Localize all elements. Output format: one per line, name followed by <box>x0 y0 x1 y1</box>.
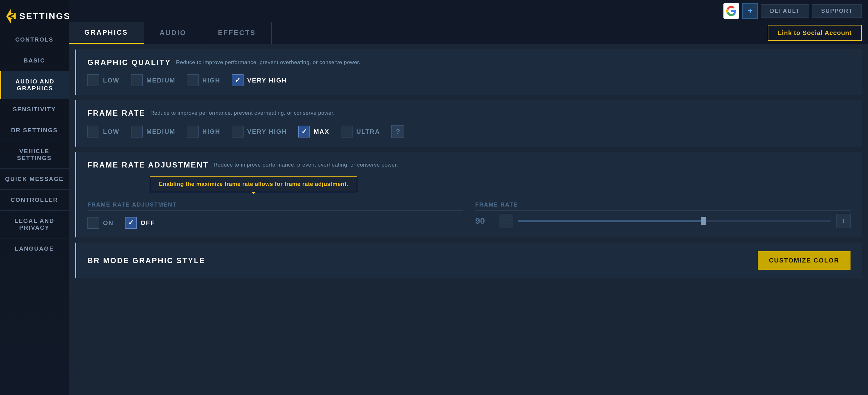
fr-label-medium: MEDIUM <box>147 128 176 135</box>
rate-increase-button[interactable]: + <box>836 214 850 228</box>
topbar: + DEFAULT SUPPORT <box>69 0 868 22</box>
gq-option-medium[interactable]: MEDIUM <box>131 74 176 86</box>
fr-option-high[interactable]: HIGH <box>187 125 220 138</box>
sidebar-title: SETTINGS <box>19 11 70 21</box>
fra-title: FRAME RATE ADJUSTMENT <box>87 161 209 169</box>
link-social-button[interactable]: Link to Social Account <box>768 25 862 41</box>
customize-color-button[interactable]: CUSTOMIZE COLOR <box>758 251 850 270</box>
fra-title-row: FRAME RATE ADJUSTMENT Reduce to improve … <box>87 161 850 169</box>
fra-header: FRAME RATE ADJUSTMENT Reduce to improve … <box>76 152 862 176</box>
graphic-quality-header: GRAPHIC QUALITY Reduce to improve perfor… <box>87 58 850 67</box>
main-content: GRAPHICSAUDIOEFFECTS Link to Social Acco… <box>69 22 868 395</box>
fra-right-divider <box>475 210 850 210</box>
gq-checkbox-very_high[interactable] <box>232 74 244 86</box>
fra-off-label: OFF <box>141 219 155 227</box>
fr-label-low: LOW <box>103 128 120 135</box>
fra-left-col: FRAME RATE ADJUSTMENT ON OFF <box>87 202 463 229</box>
graphic-quality-desc: Reduce to improve performance, prevent o… <box>176 59 361 66</box>
fr-option-medium[interactable]: MEDIUM <box>131 125 176 138</box>
gq-option-high[interactable]: HIGH <box>187 74 220 86</box>
fra-on-label: ON <box>103 219 114 227</box>
fr-checkbox-very_high[interactable] <box>232 125 244 138</box>
fr-checkbox-low[interactable] <box>87 125 99 138</box>
sidebar-nav: CONTROLSBASICAUDIO AND GRAPHICSSENSITIVI… <box>0 29 69 259</box>
fr-checkbox-max[interactable] <box>298 125 310 138</box>
br-mode-title: BR MODE GRAPHIC STYLE <box>87 256 206 265</box>
fra-off-option[interactable]: OFF <box>125 217 155 229</box>
frame-rate-adjustment-section: FRAME RATE ADJUSTMENT Reduce to improve … <box>75 152 862 237</box>
tab-effects[interactable]: EFFECTS <box>202 22 272 44</box>
gq-option-very_high[interactable]: VERY HIGH <box>232 74 287 86</box>
graphic-quality-options: LOWMEDIUMHIGHVERY HIGH <box>87 74 850 86</box>
fra-on-checkbox[interactable] <box>87 217 99 229</box>
fr-option-max[interactable]: MAX <box>298 125 330 138</box>
sidebar-item-legal-and-privacy[interactable]: LEGAL AND PRIVACY <box>0 210 69 238</box>
gq-label-low: LOW <box>103 77 120 84</box>
fra-divider <box>87 210 463 210</box>
sidebar-item-br-settings[interactable]: BR SETTINGS <box>0 120 69 141</box>
fr-checkbox-ultra[interactable] <box>341 125 352 138</box>
svg-marker-0 <box>8 13 14 19</box>
google-icon[interactable] <box>723 3 739 19</box>
tooltip-box: Enabling the maximize frame rate allows … <box>150 176 357 192</box>
tooltip-area: Enabling the maximize frame rate allows … <box>76 176 862 195</box>
default-button[interactable]: DEFAULT <box>761 4 809 18</box>
frame-rate-header: FRAME RATE Reduce to improve performance… <box>87 109 850 117</box>
fr-option-very_high[interactable]: VERY HIGH <box>232 125 287 138</box>
tabs-container: GRAPHICSAUDIOEFFECTS <box>69 22 272 44</box>
gq-checkbox-medium[interactable] <box>131 74 143 86</box>
tab-graphics[interactable]: GRAPHICS <box>69 22 144 44</box>
gq-label-medium: MEDIUM <box>147 77 176 84</box>
frame-rate-display: 90 − + <box>475 214 850 228</box>
sidebar-item-sensitivity[interactable]: SENSITIVITY <box>0 99 69 120</box>
sidebar: SETTINGS CONTROLSBASICAUDIO AND GRAPHICS… <box>0 0 69 395</box>
sidebar-item-controls[interactable]: CONTROLS <box>0 29 69 50</box>
frame-rate-title: FRAME RATE <box>87 109 146 117</box>
sidebar-item-vehicle-settings[interactable]: VEHICLE SETTINGS <box>0 141 69 169</box>
fr-label-very_high: VERY HIGH <box>247 128 287 135</box>
fra-off-checkbox[interactable] <box>125 217 137 229</box>
graphic-quality-title: GRAPHIC QUALITY <box>87 58 171 67</box>
fra-rate-label: FRAME RATE <box>475 202 850 208</box>
fr-checkbox-high[interactable] <box>187 125 198 138</box>
gq-checkbox-high[interactable] <box>187 74 198 86</box>
frame-rate-help-icon[interactable]: ? <box>391 125 404 138</box>
sidebar-item-quick-message[interactable]: QUICK MESSAGE <box>0 169 69 190</box>
fr-checkbox-medium[interactable] <box>131 125 143 138</box>
fr-option-ultra[interactable]: ULTRA <box>341 125 380 138</box>
gq-label-very_high: VERY HIGH <box>247 77 287 84</box>
fra-on-off-options: ON OFF <box>87 217 463 229</box>
gq-option-low[interactable]: LOW <box>87 74 120 86</box>
sidebar-item-basic[interactable]: BASIC <box>0 50 69 71</box>
frame-rate-value: 90 <box>475 216 494 226</box>
rate-slider[interactable] <box>518 220 831 222</box>
rate-decrease-button[interactable]: − <box>499 214 513 228</box>
fr-label-max: MAX <box>314 128 330 135</box>
frame-rate-desc: Reduce to improve performance, prevent o… <box>151 110 335 116</box>
support-button[interactable]: SUPPORT <box>812 4 862 18</box>
sidebar-item-language[interactable]: LANGUAGE <box>0 238 69 259</box>
gq-checkbox-low[interactable] <box>87 74 99 86</box>
rate-slider-fill <box>518 220 706 222</box>
rate-slider-thumb <box>701 217 706 225</box>
fra-grid: FRAME RATE ADJUSTMENT ON OFF <box>76 195 862 237</box>
sidebar-header: SETTINGS <box>0 3 69 29</box>
fra-adjustment-label: FRAME RATE ADJUSTMENT <box>87 202 463 208</box>
sidebar-item-controller[interactable]: CONTROLLER <box>0 190 69 210</box>
tabs-row: GRAPHICSAUDIOEFFECTS Link to Social Acco… <box>69 22 868 45</box>
gq-label-high: HIGH <box>202 77 220 84</box>
fra-on-option[interactable]: ON <box>87 217 114 229</box>
fr-label-ultra: ULTRA <box>356 128 380 135</box>
sidebar-item-audio-and-graphics[interactable]: AUDIO AND GRAPHICS <box>0 71 69 99</box>
add-account-button[interactable]: + <box>742 3 758 19</box>
frame-rate-section: FRAME RATE Reduce to improve performance… <box>75 100 862 147</box>
content-area: GRAPHIC QUALITY Reduce to improve perfor… <box>69 45 868 395</box>
tab-audio[interactable]: AUDIO <box>144 22 202 44</box>
fr-label-high: HIGH <box>202 128 220 135</box>
graphic-quality-section: GRAPHIC QUALITY Reduce to improve perfor… <box>75 49 862 95</box>
fr-option-low[interactable]: LOW <box>87 125 120 138</box>
fra-desc: Reduce to improve performance, prevent o… <box>214 162 398 168</box>
back-arrow-icon[interactable] <box>6 9 16 24</box>
br-mode-section: BR MODE GRAPHIC STYLE CUSTOMIZE COLOR <box>75 243 862 278</box>
fra-right-col: FRAME RATE 90 − + <box>475 202 850 228</box>
